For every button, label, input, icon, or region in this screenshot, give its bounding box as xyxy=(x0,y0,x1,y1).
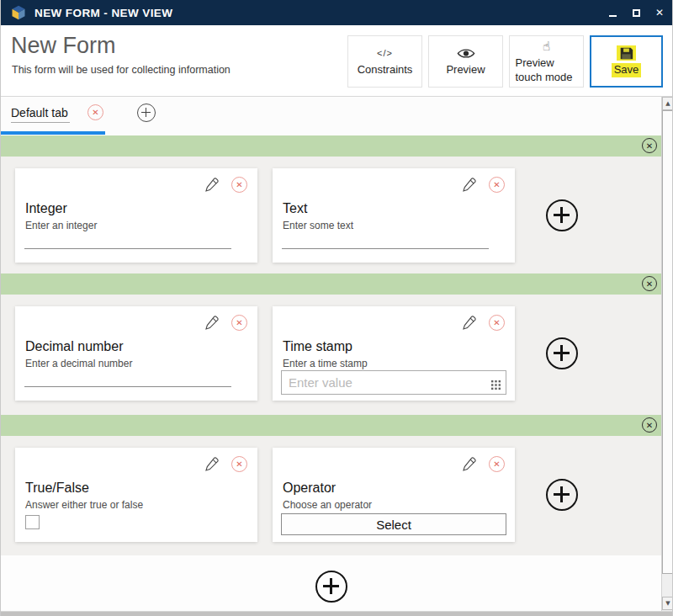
datepicker-grid-icon[interactable] xyxy=(491,378,501,393)
active-tab-indicator xyxy=(1,131,105,135)
add-field-button[interactable] xyxy=(546,337,578,369)
operator-select-button[interactable]: Select xyxy=(281,513,506,535)
maximize-icon[interactable] xyxy=(630,7,642,19)
delete-field-icon[interactable]: ✕ xyxy=(489,315,505,331)
delete-field-icon[interactable]: ✕ xyxy=(231,177,247,193)
tab-bar: Default tab ✕ xyxy=(1,97,661,135)
delete-tab-icon[interactable]: ✕ xyxy=(87,104,103,120)
field-title: True/False xyxy=(25,481,89,496)
preview-touch-mode-button[interactable]: ☝ Preview touch mode xyxy=(509,35,584,88)
field-input-line[interactable] xyxy=(24,248,231,249)
header-toolbar: </> Constraints Preview ☝ Preview touch … xyxy=(347,35,663,88)
title-bar: NEW FORM - NEW VIEW ✕ xyxy=(1,0,673,25)
group-section: ✕ True/False Answer either true or false… xyxy=(1,436,661,555)
edit-field-icon[interactable] xyxy=(460,314,478,332)
form-canvas: Default tab ✕ ✕ ✕ Integer Enter an integ… xyxy=(1,97,661,611)
field-card-text: ✕ Text Enter some text xyxy=(273,168,515,263)
card-actions: ✕ xyxy=(460,455,505,473)
add-field-button[interactable] xyxy=(546,479,578,511)
edit-field-icon[interactable] xyxy=(460,455,478,473)
card-actions: ✕ xyxy=(460,176,505,194)
code-icon: </> xyxy=(377,45,393,61)
timestamp-input[interactable] xyxy=(281,370,506,395)
scroll-up-button[interactable]: ▲ xyxy=(662,97,673,110)
card-actions: ✕ xyxy=(203,176,247,194)
page-title: New Form xyxy=(11,33,116,59)
edit-field-icon[interactable] xyxy=(203,176,220,194)
field-subtitle: Enter a time stamp xyxy=(283,358,368,369)
page-subtitle: This form will be used for collecting in… xyxy=(12,64,231,76)
delete-field-icon[interactable]: ✕ xyxy=(489,456,505,472)
field-input-line[interactable] xyxy=(282,248,489,249)
floppy-save-icon xyxy=(617,45,636,61)
app-logo-icon xyxy=(10,4,27,21)
scrollbar-thumb[interactable] xyxy=(662,110,673,574)
timestamp-input-wrap xyxy=(281,370,506,395)
field-card-operator: ✕ Operator Choose an operator Select xyxy=(273,448,515,542)
field-title: Integer xyxy=(25,201,67,216)
truefalse-checkbox[interactable] xyxy=(25,515,40,529)
delete-field-icon[interactable]: ✕ xyxy=(231,456,247,472)
app-window: NEW FORM - NEW VIEW ✕ New Form This form… xyxy=(0,0,673,616)
card-actions: ✕ xyxy=(203,314,247,332)
field-subtitle: Choose an operator xyxy=(283,499,372,511)
form-header: New Form This form will be used for coll… xyxy=(1,25,673,97)
field-card-integer: ✕ Integer Enter an integer xyxy=(15,168,257,263)
field-title: Operator xyxy=(283,481,336,496)
add-field-button[interactable] xyxy=(546,199,578,231)
constraints-button[interactable]: </> Constraints xyxy=(347,35,422,88)
delete-field-icon[interactable]: ✕ xyxy=(231,315,247,331)
vertical-scrollbar[interactable]: ▲ ▼ xyxy=(661,97,673,611)
arrow-up-icon: ▲ xyxy=(665,101,670,107)
add-group-button[interactable] xyxy=(315,571,347,603)
window-title: NEW FORM - NEW VIEW xyxy=(34,7,172,19)
scroll-down-button[interactable]: ▼ xyxy=(662,597,673,610)
window-bottom-edge xyxy=(1,611,673,616)
eye-icon xyxy=(457,45,475,61)
edit-field-icon[interactable] xyxy=(203,314,220,332)
field-title: Time stamp xyxy=(283,339,352,354)
field-subtitle: Enter an integer xyxy=(25,220,97,231)
arrow-down-icon: ▼ xyxy=(665,601,670,607)
card-actions: ✕ xyxy=(203,455,247,473)
preview-button[interactable]: Preview xyxy=(428,35,503,88)
add-tab-icon[interactable] xyxy=(137,104,156,122)
touch-hand-icon: ☝ xyxy=(543,39,550,54)
group-section: ✕ Integer Enter an integer ✕ Text Enter … xyxy=(1,157,661,273)
group-band: ✕ xyxy=(1,135,661,157)
tab-default[interactable]: Default tab xyxy=(11,106,70,123)
group-band: ✕ xyxy=(1,415,661,436)
delete-group-icon[interactable]: ✕ xyxy=(642,417,657,433)
close-icon[interactable]: ✕ xyxy=(654,7,665,19)
delete-field-icon[interactable]: ✕ xyxy=(489,177,505,193)
field-card-timestamp: ✕ Time stamp Enter a time stamp xyxy=(273,306,515,401)
save-button[interactable]: Save xyxy=(590,35,663,88)
field-subtitle: Enter a decimal number xyxy=(25,358,132,369)
delete-group-icon[interactable]: ✕ xyxy=(642,138,657,153)
field-card-truefalse: ✕ True/False Answer either true or false xyxy=(15,448,257,542)
field-subtitle: Answer either true or false xyxy=(25,499,143,511)
field-title: Decimal number xyxy=(25,339,123,354)
window-controls: ✕ xyxy=(607,0,665,25)
delete-group-icon[interactable]: ✕ xyxy=(642,276,657,291)
field-title: Text xyxy=(283,201,307,216)
canvas-footer xyxy=(1,555,661,611)
field-subtitle: Enter some text xyxy=(283,220,353,231)
field-card-decimal: ✕ Decimal number Enter a decimal number xyxy=(15,306,257,401)
field-input-line[interactable] xyxy=(24,386,231,387)
group-band: ✕ xyxy=(1,273,661,295)
edit-field-icon[interactable] xyxy=(460,176,478,194)
card-actions: ✕ xyxy=(460,314,505,332)
group-section: ✕ Decimal number Enter a decimal number … xyxy=(1,295,661,415)
minimize-icon[interactable] xyxy=(607,7,618,19)
edit-field-icon[interactable] xyxy=(203,455,220,473)
